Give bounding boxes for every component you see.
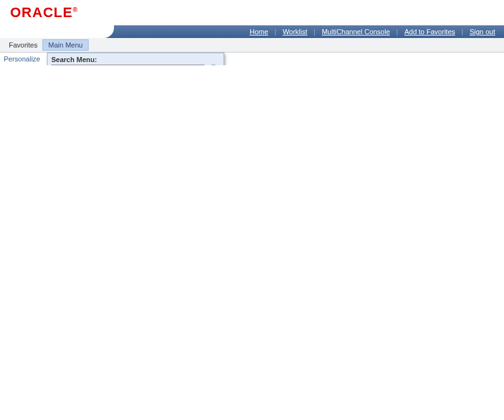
brand-registered: ® <box>73 6 78 13</box>
search-row: » <box>47 65 224 65</box>
main-menu-panel: Search Menu: » ▲▼ PeopleTools Quality▶My… <box>47 53 224 65</box>
search-label: Search Menu: <box>47 53 224 65</box>
nav-multichannel[interactable]: MultiChannel Console <box>322 28 390 35</box>
menubar: Favorites Main Menu <box>0 38 504 53</box>
nav-separator: | <box>396 28 398 35</box>
nav-separator: | <box>275 28 277 35</box>
nav-worklist[interactable]: Worklist <box>282 28 307 35</box>
content-area: Personalize Search Menu: » ▲▼ PeopleTool… <box>0 53 504 65</box>
nav-home[interactable]: Home <box>249 28 268 35</box>
header: ORACLE® <box>0 0 504 25</box>
menubar-main-menu[interactable]: Main Menu <box>42 39 88 51</box>
nav-separator: | <box>313 28 315 35</box>
search-input[interactable] <box>51 65 205 65</box>
oracle-logo: ORACLE® <box>5 4 78 21</box>
nav-favorites[interactable]: Add to Favorites <box>405 28 455 35</box>
menubar-favorites[interactable]: Favorites <box>4 40 42 50</box>
search-go-button[interactable]: » <box>207 65 220 65</box>
nav-signout[interactable]: Sign out <box>470 28 495 35</box>
nav-separator: | <box>462 28 463 35</box>
brand-text: ORACLE <box>10 4 73 20</box>
top-navbar: Home | Worklist | MultiChannel Console |… <box>0 25 504 38</box>
